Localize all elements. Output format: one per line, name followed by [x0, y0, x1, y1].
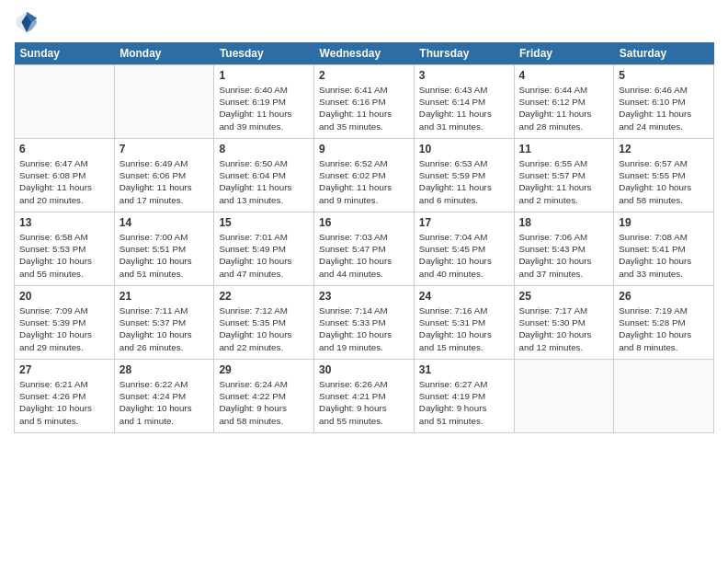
calendar-cell: 14Sunrise: 7:00 AM Sunset: 5:51 PM Dayli… [114, 213, 214, 286]
calendar-cell: 3Sunrise: 6:43 AM Sunset: 6:14 PM Daylig… [414, 65, 514, 139]
day-number: 30 [319, 363, 409, 376]
day-detail: Sunrise: 7:11 AM Sunset: 5:37 PM Dayligh… [119, 304, 210, 353]
day-number: 2 [319, 69, 409, 82]
calendar-cell: 8Sunrise: 6:50 AM Sunset: 6:04 PM Daylig… [214, 139, 314, 213]
weekday-header-friday: Friday [514, 42, 614, 65]
calendar-cell: 7Sunrise: 6:49 AM Sunset: 6:06 PM Daylig… [114, 139, 214, 213]
weekday-header-saturday: Saturday [614, 42, 714, 65]
calendar-cell [114, 65, 214, 139]
day-detail: Sunrise: 7:06 AM Sunset: 5:43 PM Dayligh… [519, 231, 609, 280]
day-detail: Sunrise: 7:04 AM Sunset: 5:45 PM Dayligh… [419, 231, 509, 280]
day-number: 26 [619, 290, 709, 303]
calendar-cell: 4Sunrise: 6:44 AM Sunset: 6:12 PM Daylig… [514, 65, 614, 139]
day-number: 10 [419, 143, 509, 155]
day-detail: Sunrise: 6:55 AM Sunset: 5:57 PM Dayligh… [519, 157, 609, 206]
calendar-cell: 1Sunrise: 6:40 AM Sunset: 6:19 PM Daylig… [214, 65, 314, 139]
day-detail: Sunrise: 6:52 AM Sunset: 6:02 PM Dayligh… [319, 157, 409, 206]
calendar-cell: 19Sunrise: 7:08 AM Sunset: 5:41 PM Dayli… [614, 213, 714, 286]
day-detail: Sunrise: 7:03 AM Sunset: 5:47 PM Dayligh… [319, 231, 409, 280]
weekday-header-thursday: Thursday [414, 42, 514, 65]
day-number: 29 [219, 363, 309, 376]
day-number: 19 [619, 216, 709, 229]
day-number: 7 [119, 143, 210, 155]
day-number: 1 [219, 69, 309, 82]
day-number: 23 [319, 290, 409, 303]
day-number: 17 [419, 216, 509, 229]
day-detail: Sunrise: 7:09 AM Sunset: 5:39 PM Dayligh… [19, 304, 109, 353]
weekday-header-monday: Monday [114, 42, 214, 65]
day-number: 22 [219, 290, 309, 303]
calendar-cell: 9Sunrise: 6:52 AM Sunset: 6:02 PM Daylig… [314, 139, 415, 213]
day-number: 9 [319, 143, 409, 155]
calendar-cell [15, 65, 115, 139]
calendar-week-row: 1Sunrise: 6:40 AM Sunset: 6:19 PM Daylig… [15, 65, 714, 139]
calendar-cell: 28Sunrise: 6:22 AM Sunset: 4:24 PM Dayli… [114, 360, 214, 433]
header [14, 9, 714, 35]
day-detail: Sunrise: 7:19 AM Sunset: 5:28 PM Dayligh… [619, 304, 709, 353]
day-number: 28 [119, 363, 210, 376]
day-number: 25 [519, 290, 609, 303]
day-number: 20 [19, 290, 109, 303]
day-detail: Sunrise: 6:43 AM Sunset: 6:14 PM Dayligh… [419, 84, 509, 132]
calendar-body: 1Sunrise: 6:40 AM Sunset: 6:19 PM Daylig… [15, 65, 714, 433]
calendar-cell: 31Sunrise: 6:27 AM Sunset: 4:19 PM Dayli… [414, 360, 514, 433]
calendar-cell [614, 360, 714, 433]
day-detail: Sunrise: 6:26 AM Sunset: 4:21 PM Dayligh… [319, 378, 409, 427]
calendar-cell: 13Sunrise: 6:58 AM Sunset: 5:53 PM Dayli… [15, 213, 115, 286]
day-number: 15 [219, 216, 309, 229]
calendar-cell: 22Sunrise: 7:12 AM Sunset: 5:35 PM Dayli… [214, 286, 314, 360]
calendar: SundayMondayTuesdayWednesdayThursdayFrid… [14, 42, 714, 433]
day-number: 5 [619, 69, 709, 82]
calendar-cell: 18Sunrise: 7:06 AM Sunset: 5:43 PM Dayli… [514, 213, 614, 286]
day-number: 8 [219, 143, 309, 155]
calendar-cell: 29Sunrise: 6:24 AM Sunset: 4:22 PM Dayli… [214, 360, 314, 433]
calendar-week-row: 13Sunrise: 6:58 AM Sunset: 5:53 PM Dayli… [15, 213, 714, 286]
calendar-cell: 24Sunrise: 7:16 AM Sunset: 5:31 PM Dayli… [414, 286, 514, 360]
day-detail: Sunrise: 7:16 AM Sunset: 5:31 PM Dayligh… [419, 304, 509, 353]
calendar-cell: 5Sunrise: 6:46 AM Sunset: 6:10 PM Daylig… [614, 65, 714, 139]
day-detail: Sunrise: 7:08 AM Sunset: 5:41 PM Dayligh… [619, 231, 709, 280]
weekday-header-tuesday: Tuesday [214, 42, 314, 65]
day-number: 31 [419, 363, 509, 376]
calendar-cell: 23Sunrise: 7:14 AM Sunset: 5:33 PM Dayli… [314, 286, 415, 360]
day-number: 27 [19, 363, 109, 376]
day-detail: Sunrise: 6:50 AM Sunset: 6:04 PM Dayligh… [219, 157, 309, 206]
calendar-cell: 21Sunrise: 7:11 AM Sunset: 5:37 PM Dayli… [114, 286, 214, 360]
calendar-header: SundayMondayTuesdayWednesdayThursdayFrid… [15, 42, 714, 65]
day-detail: Sunrise: 6:57 AM Sunset: 5:55 PM Dayligh… [619, 157, 709, 206]
day-detail: Sunrise: 6:46 AM Sunset: 6:10 PM Dayligh… [619, 84, 709, 132]
day-number: 6 [19, 143, 109, 155]
weekday-header-wednesday: Wednesday [314, 42, 415, 65]
calendar-cell: 2Sunrise: 6:41 AM Sunset: 6:16 PM Daylig… [314, 65, 415, 139]
day-detail: Sunrise: 6:21 AM Sunset: 4:26 PM Dayligh… [19, 378, 109, 427]
calendar-week-row: 6Sunrise: 6:47 AM Sunset: 6:08 PM Daylig… [15, 139, 714, 213]
calendar-cell: 17Sunrise: 7:04 AM Sunset: 5:45 PM Dayli… [414, 213, 514, 286]
calendar-week-row: 27Sunrise: 6:21 AM Sunset: 4:26 PM Dayli… [15, 360, 714, 433]
day-detail: Sunrise: 6:41 AM Sunset: 6:16 PM Dayligh… [319, 84, 409, 132]
calendar-cell: 20Sunrise: 7:09 AM Sunset: 5:39 PM Dayli… [15, 286, 115, 360]
calendar-cell: 6Sunrise: 6:47 AM Sunset: 6:08 PM Daylig… [15, 139, 115, 213]
weekday-row: SundayMondayTuesdayWednesdayThursdayFrid… [15, 42, 714, 65]
day-number: 16 [319, 216, 409, 229]
calendar-cell: 11Sunrise: 6:55 AM Sunset: 5:57 PM Dayli… [514, 139, 614, 213]
day-number: 21 [119, 290, 210, 303]
day-detail: Sunrise: 7:00 AM Sunset: 5:51 PM Dayligh… [119, 231, 210, 280]
day-number: 13 [19, 216, 109, 229]
calendar-cell: 27Sunrise: 6:21 AM Sunset: 4:26 PM Dayli… [15, 360, 115, 433]
day-detail: Sunrise: 6:49 AM Sunset: 6:06 PM Dayligh… [119, 157, 210, 206]
day-detail: Sunrise: 6:40 AM Sunset: 6:19 PM Dayligh… [219, 84, 309, 132]
day-number: 4 [519, 69, 609, 82]
calendar-cell: 26Sunrise: 7:19 AM Sunset: 5:28 PM Dayli… [614, 286, 714, 360]
calendar-cell: 30Sunrise: 6:26 AM Sunset: 4:21 PM Dayli… [314, 360, 415, 433]
day-detail: Sunrise: 7:12 AM Sunset: 5:35 PM Dayligh… [219, 304, 309, 353]
day-detail: Sunrise: 7:14 AM Sunset: 5:33 PM Dayligh… [319, 304, 409, 353]
calendar-cell [514, 360, 614, 433]
day-detail: Sunrise: 6:47 AM Sunset: 6:08 PM Dayligh… [19, 157, 109, 206]
day-detail: Sunrise: 6:27 AM Sunset: 4:19 PM Dayligh… [419, 378, 509, 427]
calendar-cell: 16Sunrise: 7:03 AM Sunset: 5:47 PM Dayli… [314, 213, 415, 286]
calendar-cell: 25Sunrise: 7:17 AM Sunset: 5:30 PM Dayli… [514, 286, 614, 360]
logo-icon [14, 9, 40, 35]
day-detail: Sunrise: 7:01 AM Sunset: 5:49 PM Dayligh… [219, 231, 309, 280]
day-detail: Sunrise: 6:58 AM Sunset: 5:53 PM Dayligh… [19, 231, 109, 280]
weekday-header-sunday: Sunday [15, 42, 115, 65]
